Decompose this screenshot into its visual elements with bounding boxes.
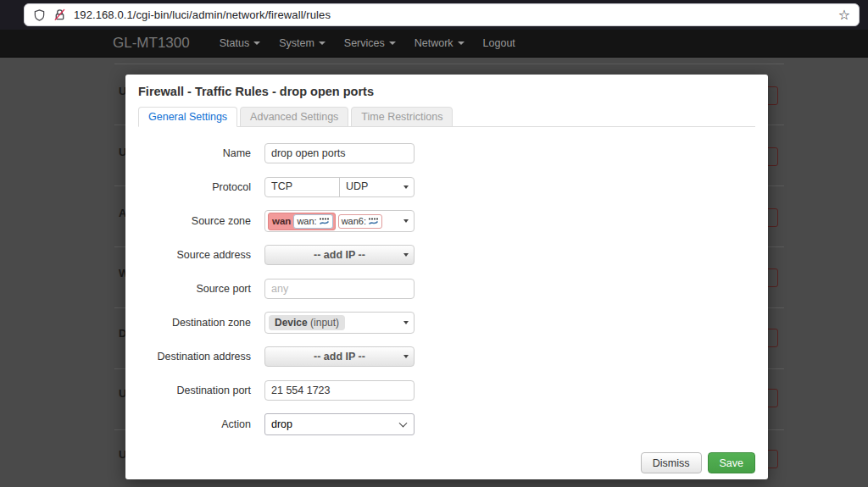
destination-port-label: Destination port	[138, 385, 264, 396]
field-row-destination-address: Destination address -- add IP --	[138, 346, 755, 368]
save-button[interactable]: Save	[708, 452, 756, 473]
tab-time-restrictions[interactable]: Time Restrictions	[351, 107, 453, 127]
traffic-rule-modal: Firewall - Traffic Rules - drop open por…	[125, 75, 768, 479]
caret-down-icon	[403, 185, 409, 189]
modal-title: Firewall - Traffic Rules - drop open por…	[138, 85, 755, 98]
shield-icon[interactable]	[33, 8, 46, 22]
source-port-label: Source port	[138, 283, 264, 295]
destination-zone-dropdown[interactable]: Device (input)	[264, 312, 415, 334]
field-row-action: Action drop	[138, 413, 755, 435]
rule-form: Name Protocol TCP UDP Source zone	[138, 142, 755, 435]
protocol-dropdown[interactable]: TCP UDP	[264, 177, 415, 197]
protocol-selected-tcp: TCP	[265, 178, 340, 196]
dismiss-button[interactable]: Dismiss	[641, 452, 702, 473]
name-input[interactable]	[264, 143, 415, 163]
chevron-down-icon	[399, 419, 408, 428]
caret-down-icon	[319, 42, 326, 45]
url-text[interactable]: 192.168.0.1/cgi-bin/luci/admin/network/f…	[74, 8, 838, 21]
zone-badge-device: Device (input)	[269, 315, 345, 330]
field-row-protocol: Protocol TCP UDP	[138, 176, 755, 198]
source-port-input[interactable]	[264, 279, 415, 299]
destination-address-label: Destination address	[138, 351, 264, 362]
name-label: Name	[138, 147, 264, 159]
modal-button-row: Dismiss Save	[138, 452, 755, 473]
interface-icon	[368, 218, 379, 225]
field-row-destination-port: Destination port	[138, 379, 755, 401]
nav-menu: Status System Services Network Logout	[210, 37, 525, 49]
protocol-label: Protocol	[138, 181, 264, 193]
app-navbar: GL-MT1300 Status System Services Network…	[0, 30, 868, 58]
caret-down-icon	[403, 253, 409, 257]
browser-chrome: 192.168.0.1/cgi-bin/luci/admin/network/f…	[0, 0, 868, 30]
address-bar[interactable]: 192.168.0.1/cgi-bin/luci/admin/network/f…	[24, 3, 860, 26]
field-row-destination-zone: Destination zone Device (input)	[138, 312, 755, 334]
field-row-name: Name	[138, 142, 755, 164]
caret-down-icon	[458, 42, 465, 45]
destination-zone-label: Destination zone	[138, 317, 264, 329]
tab-advanced-settings[interactable]: Advanced Settings	[240, 107, 348, 127]
caret-down-icon	[403, 355, 409, 358]
field-row-source-address: Source address -- add IP --	[138, 244, 755, 266]
dimmed-page-background: U U A W D U U Firewall - Traffic Rules -…	[0, 58, 868, 487]
brand-title[interactable]: GL-MT1300	[113, 35, 190, 52]
nav-item-status[interactable]: Status	[210, 37, 270, 49]
network-chip-wan6: wan6:	[338, 214, 382, 229]
destination-address-dropdown[interactable]: -- add IP --	[264, 346, 415, 367]
destination-port-input[interactable]	[264, 380, 415, 401]
action-select[interactable]: drop	[264, 413, 415, 435]
source-zone-dropdown[interactable]: wan wan: wan6:	[264, 210, 415, 232]
zone-badge-wan: wan wan:	[268, 213, 336, 230]
protocol-selected-udp: UDP	[340, 178, 414, 196]
network-chip-wan: wan:	[293, 214, 332, 229]
action-label: Action	[138, 418, 264, 430]
tab-bar: General Settings Advanced Settings Time …	[138, 107, 755, 127]
insecure-lock-icon[interactable]	[53, 8, 66, 21]
nav-item-system[interactable]: System	[270, 37, 335, 49]
nav-item-network[interactable]: Network	[405, 37, 474, 49]
source-address-dropdown[interactable]: -- add IP --	[264, 245, 415, 265]
source-zone-label: Source zone	[138, 215, 264, 227]
nav-item-logout[interactable]: Logout	[474, 37, 525, 49]
caret-down-icon	[389, 42, 396, 45]
caret-down-icon	[253, 42, 260, 45]
tab-general-settings[interactable]: General Settings	[138, 107, 237, 127]
caret-down-icon	[403, 219, 409, 223]
source-address-label: Source address	[138, 249, 264, 261]
nav-item-services[interactable]: Services	[335, 37, 405, 49]
interface-icon	[319, 218, 330, 225]
field-row-source-port: Source port	[138, 278, 755, 300]
bookmark-star-icon[interactable]: ☆	[838, 8, 850, 22]
field-row-source-zone: Source zone wan wan:	[138, 210, 755, 232]
caret-down-icon	[403, 321, 409, 324]
